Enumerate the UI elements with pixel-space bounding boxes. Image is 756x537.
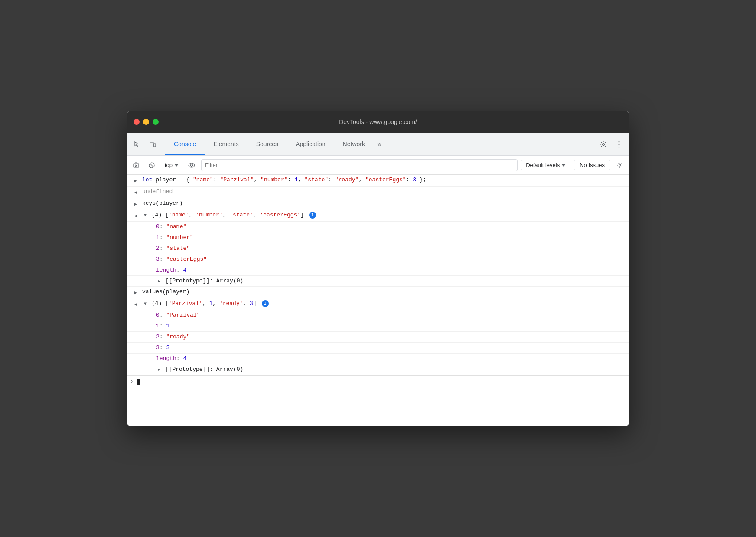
filter-input[interactable]: [205, 162, 514, 168]
console-cursor: [137, 379, 140, 385]
console-line-4-3: 3: "easterEggs": [127, 254, 629, 265]
title-bar: DevTools - www.google.com/: [127, 111, 629, 133]
tab-application[interactable]: Application: [287, 133, 334, 155]
svg-point-5: [619, 146, 620, 147]
tab-bar: Console Elements Sources Application Net…: [127, 133, 629, 156]
line-content-4-2: 2: "state": [154, 245, 626, 252]
tab-network[interactable]: Network: [334, 133, 374, 155]
toolbar-icons: [130, 133, 163, 155]
line-content-2: undefined: [140, 188, 626, 196]
expand-arr-6[interactable]: ▼: [142, 301, 148, 307]
console-prompt: ›: [130, 378, 134, 385]
proto-expand-6[interactable]: ▶: [156, 367, 162, 373]
line-content-6-3: 3: 3: [154, 344, 626, 352]
device-icon: [149, 141, 156, 148]
tab-console[interactable]: Console: [165, 133, 205, 155]
line-content-6-length: length: 4: [154, 355, 626, 363]
line-prefix-3: ▶: [127, 200, 140, 208]
block-icon-button[interactable]: [146, 159, 158, 171]
expand-arr-4[interactable]: ▼: [142, 213, 148, 219]
line-content-4-0: 0: "name": [154, 223, 626, 231]
more-options-button[interactable]: [612, 138, 626, 151]
line-prefix-1: ▶: [127, 176, 140, 185]
console-output: ▶ let player = { "name": "Parzival", "nu…: [127, 175, 629, 426]
console-line-6-3: 3: 3: [127, 343, 629, 354]
line-content-4-3: 3: "easterEggs": [154, 255, 626, 263]
console-line-6-1: 1: 1: [127, 321, 629, 332]
console-line-4-1: 1: "number": [127, 232, 629, 243]
filter-input-wrap: [201, 159, 518, 171]
eye-button[interactable]: [186, 159, 198, 171]
line-content-6-1: 1: 1: [154, 322, 626, 330]
svg-point-10: [619, 164, 621, 166]
close-button[interactable]: [134, 119, 140, 125]
return-arrow-6: ◀: [134, 301, 137, 308]
default-levels-button[interactable]: Default levels: [521, 160, 570, 170]
console-line-6-header: ◀ ▼ (4) ['Parzival', 1, 'ready', 3] i: [127, 298, 629, 310]
console-line-3: ▶ keys(player): [127, 198, 629, 210]
expand-arrow-1[interactable]: ▶: [134, 177, 137, 185]
inspect-element-button[interactable]: [130, 138, 144, 151]
console-line-4-2: 2: "state": [127, 243, 629, 254]
window-title: DevTools - www.google.com/: [339, 118, 417, 125]
clear-icon: [133, 162, 139, 168]
proto-expand-4[interactable]: ▶: [156, 278, 162, 285]
console-settings-button[interactable]: [614, 159, 626, 171]
line-prefix-5: ▶: [127, 288, 140, 297]
toolbar-right: [593, 133, 626, 155]
block-icon: [149, 162, 155, 168]
console-line-4-header: ◀ ▼ (4) ['name', 'number', 'state', 'eas…: [127, 210, 629, 222]
line-content-6-0: 0: "Parzival": [154, 311, 626, 319]
line-prefix-2: ◀: [127, 188, 140, 196]
tab-sources[interactable]: Sources: [248, 133, 287, 155]
device-toolbar-button[interactable]: [146, 138, 160, 151]
tabs: Console Elements Sources Application Net…: [165, 133, 591, 155]
console-line-4-proto: ▶ [[Prototype]]: Array(0): [127, 276, 629, 287]
no-issues-button[interactable]: No Issues: [574, 160, 610, 170]
console-line-1: ▶ let player = { "name": "Parzival", "nu…: [127, 175, 629, 187]
chevron-down-icon: [561, 164, 566, 167]
more-tabs-button[interactable]: »: [374, 133, 385, 155]
svg-point-9: [191, 164, 193, 166]
line-content-4-1: 1: "number": [154, 234, 626, 242]
traffic-lights: [134, 119, 159, 125]
maximize-button[interactable]: [153, 119, 159, 125]
line-content-3: keys(player): [140, 200, 626, 207]
console-line-6-length: length: 4: [127, 354, 629, 364]
line-prefix-4: ◀: [127, 211, 140, 220]
line-content-4: ▼ (4) ['name', 'number', 'state', 'easte…: [140, 211, 626, 219]
info-badge-4[interactable]: i: [309, 212, 316, 219]
devtools-window: DevTools - www.google.com/ Console Eleme…: [127, 111, 629, 426]
filter-bar: top Default levels No Issues: [127, 156, 629, 175]
line-content-1: let player = { "name": "Parzival", "numb…: [140, 176, 626, 184]
settings-button[interactable]: [596, 138, 610, 151]
return-arrow-2: ◀: [134, 189, 137, 196]
gear-icon: [617, 162, 623, 168]
minimize-button[interactable]: [143, 119, 149, 125]
console-line-6-0: 0: "Parzival": [127, 310, 629, 321]
line-content-4-length: length: 4: [154, 266, 626, 274]
chevron-down-icon: [174, 164, 179, 167]
expand-arrow-3[interactable]: ▶: [134, 200, 137, 208]
gear-icon: [600, 141, 607, 148]
console-line-2: ◀ undefined: [127, 187, 629, 198]
cursor-icon: [134, 141, 140, 148]
console-line-6-proto: ▶ [[Prototype]]: Array(0): [127, 364, 629, 375]
line-prefix-6: ◀: [127, 300, 140, 308]
console-line-4-0: 0: "name": [127, 222, 629, 232]
context-selector[interactable]: top: [161, 160, 182, 170]
info-badge-6[interactable]: i: [262, 300, 269, 307]
line-content-6-2: 2: "ready": [154, 333, 626, 341]
console-line-5: ▶ values(player): [127, 287, 629, 298]
console-line-6-2: 2: "ready": [127, 332, 629, 343]
svg-point-3: [619, 141, 620, 142]
tab-elements[interactable]: Elements: [205, 133, 247, 155]
svg-rect-0: [150, 142, 153, 147]
clear-console-button[interactable]: [130, 159, 142, 171]
line-content-6: ▼ (4) ['Parzival', 1, 'ready', 3] i: [140, 300, 626, 308]
expand-arrow-5[interactable]: ▶: [134, 289, 137, 297]
console-line-4-length: length: 4: [127, 265, 629, 276]
return-arrow-4: ◀: [134, 212, 137, 220]
svg-rect-1: [154, 144, 156, 147]
svg-point-2: [603, 143, 605, 145]
